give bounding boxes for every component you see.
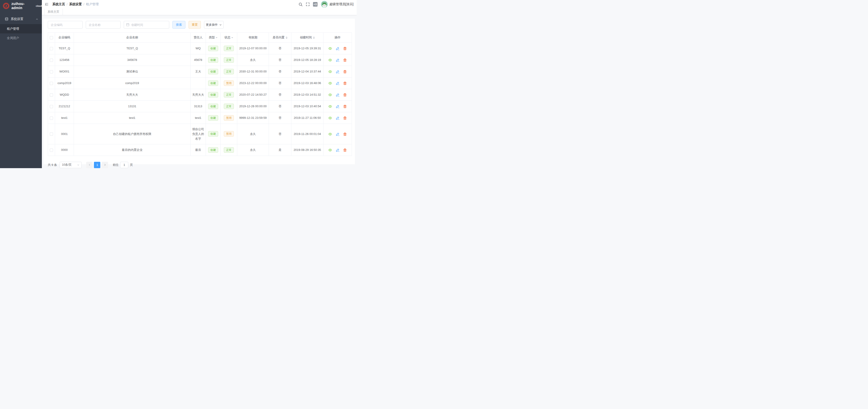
sort-carets-icon[interactable] [313,36,315,40]
type-tag: 创建 [208,46,218,51]
user-name[interactable]: 超级管理员[演示] [329,2,353,6]
edit-icon[interactable] [336,46,340,50]
svg-text:Z: Z [5,5,7,8]
row-checkbox[interactable] [50,105,53,108]
column-header-builtin[interactable]: 是否内置 [269,33,291,43]
select-all-checkbox[interactable] [50,36,53,39]
cell-expiry: 永久 [237,144,269,156]
page-size-select[interactable]: 10条/页 [60,162,82,168]
reset-button[interactable]: 重置 [189,21,201,29]
delete-icon[interactable] [343,93,347,97]
delete-icon[interactable] [343,46,347,50]
row-checkbox[interactable] [50,47,53,50]
cell-select [48,89,55,100]
cell-builtin: 否 [269,66,291,77]
status-tag: 禁用 [224,80,234,86]
created-time-input[interactable] [124,21,169,29]
view-icon[interactable] [328,104,332,108]
row-checkbox[interactable] [50,148,53,152]
column-header-status[interactable]: 状态 [221,33,237,43]
edit-icon[interactable] [336,81,340,85]
edit-icon[interactable] [336,58,340,62]
search-icon[interactable] [299,2,303,6]
view-icon[interactable] [328,116,332,120]
view-icon[interactable] [328,93,332,97]
chevron-left-icon [88,164,91,166]
row-checkbox[interactable] [50,116,53,120]
page-unit-label: 页 [130,163,133,167]
cell-builtin: 否 [269,77,291,89]
hamburger-icon[interactable] [44,2,49,6]
view-icon[interactable] [328,132,332,136]
breadcrumb-item-settings[interactable]: 系统设置 [69,2,82,6]
cell-expiry: 2030-12-31 00:00:00 [237,66,269,77]
delete-icon[interactable] [343,104,347,108]
delete-icon[interactable] [343,148,347,152]
row-checkbox[interactable] [50,70,53,73]
search-button[interactable]: 搜索 [173,21,185,29]
column-header-created[interactable]: 创建时间 [291,33,323,43]
sidebar-item-label: 全局用户 [7,36,19,40]
cell-select [48,77,55,89]
delete-icon[interactable] [343,70,347,74]
row-checkbox[interactable] [50,93,53,97]
status-tag: 禁用 [224,115,234,121]
view-icon[interactable] [328,148,332,152]
status-tag: 正常 [224,104,234,109]
row-checkbox[interactable] [50,82,53,85]
edit-icon[interactable] [336,70,340,74]
cell-select [48,66,55,77]
delete-icon[interactable] [343,58,347,62]
chevron-right-icon [104,164,106,166]
status-tag: 正常 [224,69,234,74]
edit-icon[interactable] [336,148,340,152]
filter-caret-icon[interactable] [216,37,217,39]
sidebar-item-global-users[interactable]: 全局用户 [0,33,42,43]
row-checkbox[interactable] [50,59,53,62]
prev-page-button[interactable] [86,162,93,168]
delete-icon[interactable] [343,132,347,136]
view-icon[interactable] [328,46,332,50]
language-icon[interactable]: A文 [313,2,317,7]
edit-icon[interactable] [336,116,340,120]
cell-name: 13131 [74,100,191,112]
delete-icon[interactable] [343,81,347,85]
view-icon[interactable] [328,58,332,62]
view-icon[interactable] [328,81,332,85]
cell-code: test1 [55,112,74,124]
view-icon[interactable] [328,70,332,74]
breadcrumb-separator: / [67,2,67,6]
cell-name: 无穷大大 [74,89,191,100]
goto-page-input[interactable] [120,162,128,168]
sort-carets-icon[interactable] [286,36,287,40]
cell-created: 2019-12-03 10:40:54 [291,100,323,112]
edit-icon[interactable] [336,93,340,97]
more-actions-button[interactable]: 更多操作 [204,21,224,29]
sidebar-menu: 系统设置 租户管理 全局用户 [0,14,42,43]
breadcrumb-item-home[interactable]: 系统主页 [52,2,65,6]
edit-icon[interactable] [336,132,340,136]
filter-caret-icon[interactable] [231,37,233,39]
page-1-button[interactable]: 1 [94,162,100,168]
edit-icon[interactable] [336,104,340,108]
column-header-type[interactable]: 类型 [206,33,221,43]
avatar[interactable] [321,1,328,8]
cell-manager: WQ [191,42,206,54]
tab-system-home[interactable]: 系统主页 [44,9,63,15]
table-row: 2121212 13131 31313 创建 正常 2019-12-26 00:… [48,100,352,112]
row-checkbox[interactable] [50,133,53,136]
column-header-select [48,33,55,43]
cell-type: 创建 [206,89,221,100]
sidebar-item-tenant-management[interactable]: 租户管理 [0,24,42,33]
cell-select [48,54,55,66]
breadcrumb-separator: / [84,2,84,6]
company-code-input[interactable] [48,21,83,29]
company-name-input[interactable] [86,21,121,29]
delete-icon[interactable] [343,116,347,120]
next-page-button[interactable] [102,162,108,168]
fullscreen-icon[interactable] [306,2,310,6]
cell-select [48,112,55,124]
sidebar-group-system-settings[interactable]: 系统设置 [0,14,42,24]
cell-select [48,100,55,112]
type-tag: 创建 [208,69,218,74]
